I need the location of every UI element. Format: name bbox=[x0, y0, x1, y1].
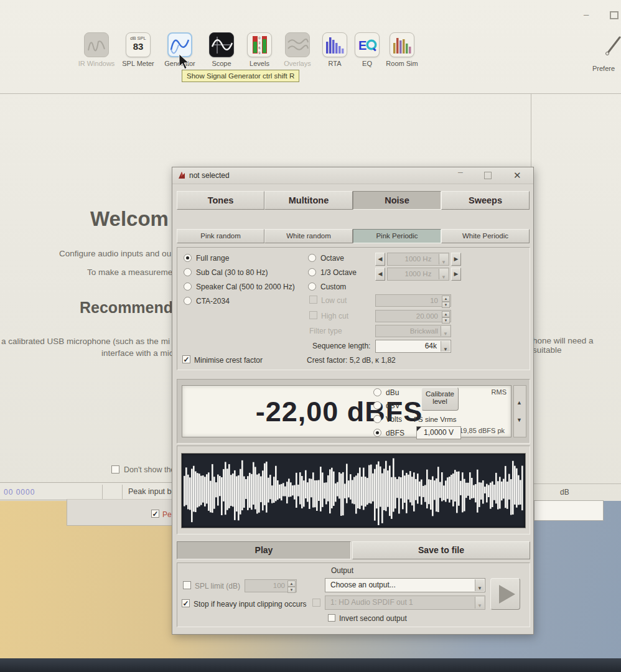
second-output-dropdown-icon bbox=[475, 597, 484, 609]
welcome-line-1: Configure audio inputs and ou bbox=[59, 249, 171, 258]
welcome-right-line: hone will need a suitable bbox=[533, 336, 621, 355]
radio-volts[interactable] bbox=[373, 415, 381, 423]
play-triangle-icon bbox=[499, 585, 515, 604]
dont-show-label: Don't show the bbox=[124, 465, 175, 474]
subtab-white-random[interactable]: White random bbox=[264, 229, 353, 243]
output-label: Output bbox=[331, 566, 353, 575]
noise-subtabs: Pink random White random Pink Periodic W… bbox=[177, 229, 530, 243]
toolbar-item-eq[interactable]: E EQ bbox=[352, 32, 382, 67]
radio-sub-cal[interactable] bbox=[184, 268, 192, 276]
radio-dbv[interactable] bbox=[373, 401, 381, 409]
radio-octave[interactable] bbox=[308, 254, 316, 262]
tab-tones[interactable]: Tones bbox=[177, 191, 264, 210]
filter-type-combo[interactable]: Brickwall bbox=[375, 325, 451, 337]
subtab-pink-periodic[interactable]: Pink Periodic bbox=[353, 229, 441, 243]
spl-limit-field[interactable]: 100 ▲▼ bbox=[245, 579, 297, 592]
svg-text:6: 6 bbox=[258, 46, 261, 50]
toolbar-item-ir-windows[interactable]: IR Windows bbox=[77, 32, 116, 67]
invert-second-output-checkbox[interactable] bbox=[328, 614, 335, 622]
subtab-white-periodic[interactable]: White Periodic bbox=[441, 229, 530, 243]
fs-sine-vrms-field[interactable]: 1,0000 V bbox=[416, 426, 461, 439]
crest-factor-readout: Crest factor: 5,2 dB, κ 1,82 bbox=[307, 356, 396, 365]
noise-options-panel: Full range Sub Cal (30 to 80 Hz) Speaker… bbox=[177, 247, 530, 370]
eq-icon: E bbox=[355, 32, 380, 57]
toolbar-item-levels[interactable]: 0 3 6 9 Levels bbox=[243, 32, 276, 67]
high-cut-checkbox[interactable] bbox=[309, 311, 317, 319]
filter-type-dropdown-icon bbox=[441, 326, 450, 336]
noise-waveform bbox=[181, 453, 526, 528]
welcome-line-4: interface with a mic pr bbox=[101, 348, 183, 358]
output-play-button[interactable] bbox=[490, 578, 520, 610]
background-pe-label: Pe bbox=[162, 510, 172, 519]
toolbar-item-overlays[interactable]: Overlays bbox=[278, 32, 317, 67]
radio-speaker-cal[interactable] bbox=[184, 282, 192, 291]
high-cut-spinner[interactable]: ▲▼ bbox=[442, 311, 450, 321]
low-cut-spinner[interactable]: ▲▼ bbox=[442, 296, 450, 306]
octave-freq-next-button[interactable]: ▶ bbox=[451, 253, 461, 266]
calibrate-level-button[interactable]: Calibrate level bbox=[421, 387, 459, 411]
dialog-close-button[interactable]: ✕ bbox=[513, 170, 521, 181]
right-panel-box bbox=[534, 500, 604, 521]
room-sim-icon bbox=[390, 32, 414, 57]
rta-icon bbox=[322, 32, 347, 57]
preferences-icon bbox=[592, 36, 621, 60]
toolbar-item-rta[interactable]: RTA bbox=[319, 32, 350, 67]
tab-sweeps[interactable]: Sweeps bbox=[441, 191, 530, 210]
sequence-length-combo[interactable]: 64k bbox=[375, 340, 451, 353]
subtab-pink-random[interactable]: Pink random bbox=[177, 229, 264, 243]
toolbar-item-preferences[interactable]: Prefere bbox=[592, 36, 621, 72]
signal-generator-dialog: not selected – ✕ Tones Multitone Noise S… bbox=[172, 167, 534, 635]
radio-cta-2034[interactable] bbox=[184, 297, 192, 305]
high-cut-field[interactable]: 20.000 ▲▼ bbox=[375, 310, 451, 322]
toolbar-item-spl-meter[interactable]: dB SPL 83 SPL Meter bbox=[118, 32, 158, 67]
main-maximize-button[interactable] bbox=[610, 11, 619, 19]
welcome-title: Welcom bbox=[90, 207, 169, 231]
dialog-maximize-button[interactable] bbox=[484, 172, 492, 179]
radio-full-range[interactable] bbox=[184, 254, 192, 262]
welcome-line-2: To make a measureme bbox=[87, 268, 172, 277]
level-spinner[interactable]: ▲ ▼ bbox=[513, 385, 526, 437]
spl-meter-icon: dB SPL 83 bbox=[126, 32, 151, 57]
tab-multitone[interactable]: Multitone bbox=[264, 191, 353, 210]
save-to-file-button[interactable]: Save to file bbox=[352, 541, 530, 559]
mouse-cursor bbox=[178, 54, 192, 71]
radio-dbfs[interactable] bbox=[373, 429, 381, 437]
toolbar: IR Windows dB SPL 83 SPL Meter Generator… bbox=[77, 32, 420, 67]
spl-limit-spinner[interactable]: ▲▼ bbox=[287, 581, 296, 591]
toolbar-item-room-sim[interactable]: Room Sim bbox=[384, 32, 420, 67]
toolbar-item-scope[interactable]: Scope bbox=[202, 32, 241, 67]
level-panel: RMS -22,00 dBFS -19,85 dBFS pk ▲ ▼ dBu d… bbox=[177, 379, 530, 444]
dialog-titlebar[interactable]: not selected – ✕ bbox=[172, 167, 533, 184]
third-octave-freq-prev-button[interactable]: ◀ bbox=[375, 268, 385, 281]
recommend-title: Recommend bbox=[80, 299, 173, 317]
third-octave-freq-combo[interactable]: 1000 Hz bbox=[387, 268, 449, 281]
toolbar-separator bbox=[0, 93, 621, 94]
main-minimize-button[interactable]: – bbox=[584, 9, 589, 19]
dialog-minimize-button[interactable]: – bbox=[458, 167, 463, 177]
minimise-crest-checkbox[interactable] bbox=[182, 355, 190, 363]
tab-noise[interactable]: Noise bbox=[353, 191, 441, 210]
sequence-length-dropdown-icon bbox=[441, 341, 450, 352]
octave-freq-prev-button[interactable]: ◀ bbox=[375, 253, 385, 266]
low-cut-checkbox[interactable] bbox=[309, 296, 317, 304]
radio-third-octave[interactable] bbox=[308, 268, 316, 276]
overlays-icon bbox=[285, 32, 310, 57]
generator-tooltip: Show Signal Generator ctrl shift R bbox=[182, 70, 299, 82]
low-cut-field[interactable]: 10 ▲▼ bbox=[375, 294, 451, 307]
dialog-app-icon bbox=[177, 171, 186, 180]
level-rms-label: RMS bbox=[492, 388, 507, 396]
third-octave-freq-next-button[interactable]: ▶ bbox=[451, 268, 461, 281]
octave-freq-combo[interactable]: 1000 Hz bbox=[387, 253, 449, 266]
radio-custom[interactable] bbox=[308, 282, 316, 291]
dont-show-checkbox[interactable] bbox=[111, 465, 119, 474]
spl-limit-checkbox[interactable] bbox=[183, 581, 191, 589]
second-output-combo[interactable]: 1: HD Audio SPDIF out 1 bbox=[325, 595, 485, 610]
output-select-combo[interactable]: Choose an output... bbox=[325, 578, 485, 592]
radio-dbu[interactable] bbox=[373, 388, 381, 396]
play-button[interactable]: Play bbox=[177, 541, 351, 559]
level-display: RMS -22,00 dBFS -19,85 dBFS pk bbox=[182, 385, 511, 437]
svg-text:3: 3 bbox=[258, 41, 261, 45]
background-pe-checkbox[interactable] bbox=[151, 510, 159, 518]
second-output-checkbox[interactable] bbox=[312, 599, 320, 607]
stop-clipping-checkbox[interactable] bbox=[182, 599, 190, 607]
